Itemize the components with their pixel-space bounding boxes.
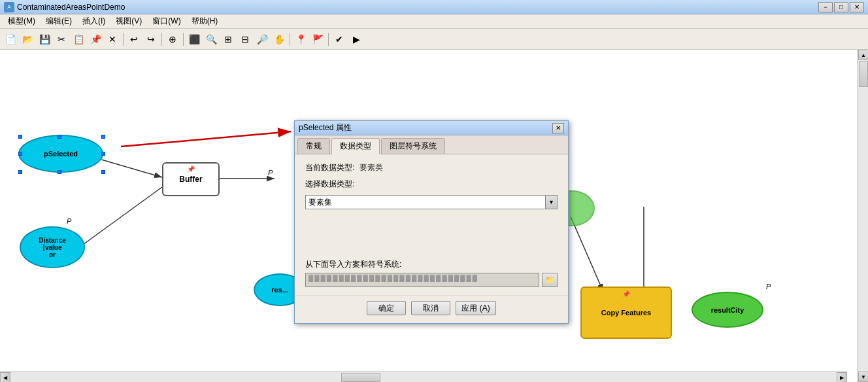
canvas[interactable]: pSelected Buffer 📌 Distance [value or: [0, 50, 858, 382]
scroll-track-v[interactable]: [858, 60, 868, 372]
node-result-city[interactable]: resultCity: [692, 292, 763, 328]
properties-dialog[interactable]: pSelected 属性 ✕ 常规 数据类型 图层符号系统 当前数据类型: 要素…: [294, 120, 569, 324]
app-icon: A: [4, 2, 14, 12]
close-button[interactable]: ✕: [850, 2, 864, 12]
current-type-row: 当前数据类型: 要素类: [305, 162, 558, 173]
toolbar: 📄 📂 💾 ✂ 📋 📌 ✕ ↩ ↪ ⊕ ⬛ 🔍 ⊞ ⊟ 🔎 ✋ 📍 🚩 ✔ ▶: [0, 29, 868, 50]
scroll-up-button[interactable]: ▲: [858, 50, 868, 60]
node-pselected-label: pSelected: [44, 150, 78, 158]
flag-button[interactable]: 🚩: [310, 31, 326, 47]
scroll-thumb-h[interactable]: [341, 373, 380, 382]
spacer: [305, 215, 558, 254]
connect-button[interactable]: 📍: [293, 31, 309, 47]
handle-tl: [18, 135, 22, 139]
sep2: [161, 33, 162, 46]
path-value: ▓▓▓▓▓▓▓▓▓▓▓▓▓▓▓▓▓▓▓▓▓▓▓▓▓▓▓▓: [309, 274, 478, 281]
select-value: 要素集: [306, 197, 545, 208]
browse-button[interactable]: 📁: [542, 273, 558, 287]
menu-help[interactable]: 帮助(H): [186, 14, 224, 28]
zoom-in-button[interactable]: 🔍: [203, 31, 219, 47]
menu-edit[interactable]: 编辑(E): [41, 14, 77, 28]
label-p-dist: P: [67, 217, 71, 225]
handle-bm: [58, 170, 61, 174]
cancel-button[interactable]: 取消: [411, 301, 450, 315]
handle-tr: [101, 135, 105, 139]
sep3: [183, 33, 184, 46]
node-distance[interactable]: Distance [value or: [20, 226, 85, 268]
redo-button[interactable]: ↪: [143, 31, 159, 47]
fit-view-button[interactable]: ⊟: [237, 31, 253, 47]
label-p1: P: [268, 169, 273, 177]
add-data-button[interactable]: ⊕: [165, 31, 180, 47]
minimize-button[interactable]: －: [818, 2, 833, 12]
scroll-right-button[interactable]: ▶: [837, 372, 847, 382]
dialog-close-button[interactable]: ✕: [552, 123, 564, 133]
ok-button[interactable]: 确定: [367, 301, 406, 315]
svg-line-1: [78, 187, 162, 248]
select-type-row: 要素集 ▼: [305, 195, 558, 209]
node-buffer-label: Buffer: [179, 175, 202, 184]
pan-button[interactable]: ✋: [271, 31, 287, 47]
run-button[interactable]: ▶: [348, 31, 364, 47]
app-title: ContaminatedAreasPointDemo: [17, 3, 818, 12]
tab-general[interactable]: 常规: [297, 138, 330, 154]
current-type-value: 要素类: [359, 162, 383, 173]
validate-button[interactable]: ✔: [331, 31, 347, 47]
select-button[interactable]: ⬛: [186, 31, 202, 47]
label-p2: P: [766, 283, 771, 290]
menu-insert[interactable]: 插入(I): [77, 14, 110, 28]
svg-line-6: [571, 217, 603, 292]
node-pselected[interactable]: pSelected: [18, 135, 103, 173]
tab-datatype[interactable]: 数据类型: [331, 138, 380, 154]
handle-ml: [18, 152, 22, 156]
paste-button[interactable]: 📌: [88, 31, 103, 47]
apply-button[interactable]: 应用 (A): [456, 301, 495, 315]
window-controls: － □ ✕: [818, 2, 864, 12]
node-result-label: res...: [271, 286, 288, 294]
menu-model[interactable]: 模型(M): [3, 14, 41, 28]
select-type-label: 选择数据类型:: [305, 179, 354, 190]
dialog-footer: 确定 取消 应用 (A): [295, 295, 568, 323]
node-result-city-label: resultCity: [711, 306, 744, 314]
horizontal-scrollbar[interactable]: ◀ ▶: [0, 372, 847, 382]
scroll-down-button[interactable]: ▼: [858, 372, 868, 382]
svg-line-0: [101, 160, 162, 177]
save-button[interactable]: 💾: [37, 31, 52, 47]
path-row: ▓▓▓▓▓▓▓▓▓▓▓▓▓▓▓▓▓▓▓▓▓▓▓▓▓▓▓▓ 📁: [305, 273, 558, 287]
select-all-button[interactable]: ⊞: [220, 31, 236, 47]
tab-symbology[interactable]: 图层符号系统: [381, 138, 445, 154]
import-label: 从下面导入方案和符号系统:: [305, 259, 558, 270]
menu-bar: 模型(M) 编辑(E) 插入(I) 视图(V) 窗口(W) 帮助(H): [0, 14, 868, 29]
sep4: [290, 33, 290, 46]
delete-button[interactable]: ✕: [105, 31, 120, 47]
dialog-titlebar: pSelected 属性 ✕: [295, 121, 568, 135]
select-type-label-row: 选择数据类型:: [305, 179, 558, 190]
maximize-button[interactable]: □: [834, 2, 848, 12]
node-copy-features[interactable]: 📌 Copy Features: [580, 286, 672, 339]
new-button[interactable]: 📄: [3, 31, 18, 47]
sep5: [328, 33, 329, 46]
zoom-button[interactable]: 🔎: [254, 31, 270, 47]
dialog-tabs: 常规 数据类型 图层符号系统: [295, 135, 568, 154]
copy-button[interactable]: 📋: [71, 31, 86, 47]
path-input[interactable]: ▓▓▓▓▓▓▓▓▓▓▓▓▓▓▓▓▓▓▓▓▓▓▓▓▓▓▓▓: [305, 273, 539, 287]
scroll-left-button[interactable]: ◀: [0, 372, 10, 382]
current-type-label: 当前数据类型:: [305, 162, 354, 173]
node-buffer[interactable]: Buffer 📌: [162, 162, 220, 196]
menu-view[interactable]: 视图(V): [110, 14, 147, 28]
datatype-select[interactable]: 要素集 ▼: [305, 195, 558, 209]
scroll-track-h[interactable]: [10, 372, 837, 382]
select-dropdown-arrow[interactable]: ▼: [545, 196, 557, 209]
sep1: [123, 33, 124, 46]
dialog-title: pSelected 属性: [299, 122, 552, 133]
undo-button[interactable]: ↩: [126, 31, 142, 47]
svg-line-9: [121, 131, 291, 147]
handle-bl: [18, 170, 22, 174]
menu-window[interactable]: 窗口(W): [147, 14, 186, 28]
cut-button[interactable]: ✂: [54, 31, 69, 47]
open-button[interactable]: 📂: [20, 31, 35, 47]
node-copy-features-label: Copy Features: [601, 309, 651, 317]
vertical-scrollbar[interactable]: ▲ ▼: [858, 50, 868, 382]
scroll-thumb-v[interactable]: [859, 61, 868, 87]
dialog-body: 当前数据类型: 要素类 选择数据类型: 要素集 ▼ 从下面导入方案和符号系统:: [295, 154, 568, 295]
